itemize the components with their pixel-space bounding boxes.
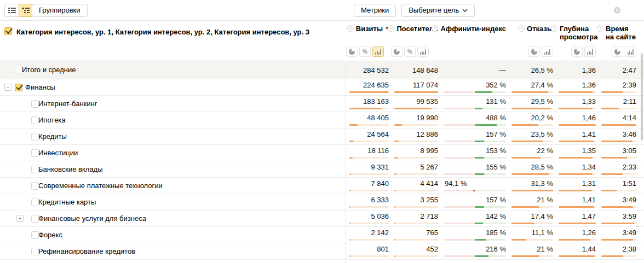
metric-bar-track: [394, 157, 438, 159]
cell-affinity: 157 %: [439, 128, 507, 144]
metric-bar: [601, 157, 627, 159]
row-checkbox[interactable]: [15, 84, 22, 91]
metric-value: 3:59: [597, 211, 637, 221]
chart-toggle-bars-bounce[interactable]: [542, 46, 553, 57]
cell-depth: 1,46: [554, 112, 597, 128]
expand-toggle[interactable]: +: [16, 215, 24, 222]
cell-depth: 1,47: [554, 211, 597, 226]
affinity-bar: [475, 141, 484, 142]
column-label-depth: Глубина просмотра: [560, 25, 596, 41]
metric-bar-track: [349, 206, 389, 208]
cell-depth: 1,26: [554, 227, 597, 243]
metric-bar-track: [349, 91, 389, 93]
row-checkbox[interactable]: [31, 100, 39, 108]
chart-toggle-percent-visits[interactable]: %: [359, 46, 371, 57]
column-header-time[interactable]: ?Время на сайте: [597, 25, 637, 41]
tree-view-button[interactable]: [19, 4, 33, 17]
chart-toggle-bars-visitors[interactable]: [417, 46, 429, 57]
help-icon[interactable]: ?: [347, 25, 354, 32]
row-checkbox[interactable]: [31, 166, 39, 173]
cell-affinity: 216 %: [439, 243, 507, 259]
cell-bounce: 26,5 %: [507, 61, 554, 79]
scrollbar-thumb[interactable]: [641, 53, 643, 141]
affinity-bar-track: [444, 157, 506, 159]
metric-bar-track: [511, 239, 553, 241]
row-checkbox[interactable]: [31, 198, 39, 206]
table-row: −Финансы224 635117 074352 %27,4 %1,362:3…: [0, 79, 644, 96]
metric-bar: [349, 173, 351, 175]
chart-toggle-bars-depth[interactable]: [584, 46, 596, 57]
chart-toggle-pie-visitors[interactable]: [391, 46, 403, 57]
cell-visitors: 12 886: [390, 128, 439, 144]
chart-toggle-pie-bounce[interactable]: [528, 46, 540, 57]
chart-toggle-bars-time[interactable]: [625, 46, 636, 57]
row-checkbox[interactable]: [31, 149, 39, 157]
table-row: Итого и средние284 532148 648—26,5 %1,36…: [0, 61, 644, 79]
metric-value: 22 %: [507, 145, 554, 155]
row-checkbox[interactable]: [15, 66, 22, 73]
metric-value: 21 %: [507, 194, 554, 204]
row-label-cell: Инвестиции: [0, 145, 345, 161]
column-header-bounce[interactable]: ?Отказы: [507, 25, 554, 41]
toolbar: Группировки Метрики Выберите цель ⚙: [0, 0, 644, 21]
goal-select-button[interactable]: Выберите цель: [401, 4, 475, 17]
metric-value: 284 532: [345, 61, 390, 79]
affinity-bar: [475, 124, 497, 126]
select-all-checkbox[interactable]: [4, 27, 12, 35]
affinity-track-below: [444, 141, 475, 142]
table-row: Интернет-банкинг183 16399 535131 %29,5 %…: [0, 96, 644, 112]
row-checkbox[interactable]: [31, 182, 39, 190]
help-icon[interactable]: ?: [388, 25, 394, 32]
metric-bar-track: [511, 173, 553, 175]
column-header-affinity[interactable]: ?Аффинити-индекс: [439, 25, 507, 41]
cell-visits: 2 142: [345, 227, 390, 243]
row-checkbox[interactable]: [31, 133, 39, 141]
help-icon[interactable]: ?: [518, 25, 525, 32]
cell-visits: 24 564: [345, 128, 390, 144]
metrics-button[interactable]: Метрики: [354, 4, 396, 17]
metric-bar: [349, 206, 350, 208]
cell-depth: 1,44: [554, 243, 597, 259]
metric-bar: [511, 223, 534, 224]
metric-value: 3:49: [597, 227, 637, 237]
row-checkbox[interactable]: [31, 215, 39, 223]
cell-bounce: 21 %: [507, 194, 554, 210]
metric-value: 5 267: [390, 161, 439, 172]
chart-toggle-pie-time[interactable]: [612, 46, 623, 57]
metric-bar: [349, 124, 358, 126]
metric-bar: [559, 190, 592, 191]
affinity-track-below: [444, 124, 475, 126]
affinity-bar-track: [444, 206, 506, 208]
metric-bar-track: [349, 141, 389, 142]
help-icon[interactable]: ?: [551, 25, 557, 32]
metric-bar-track: [559, 223, 596, 224]
row-checkbox[interactable]: [31, 116, 39, 124]
column-header-visits[interactable]: ?Визиты▼: [345, 25, 390, 41]
help-icon[interactable]: ?: [597, 25, 603, 32]
column-header-depth[interactable]: ?Глубина просмотра: [554, 25, 597, 41]
cell-bounce: 11,1 %: [507, 227, 554, 243]
groupings-button[interactable]: Группировки: [32, 4, 88, 17]
metric-bar-track: [349, 108, 389, 109]
chart-toggle-percent-visitors[interactable]: %: [404, 46, 416, 57]
row-label-cell: Кредитные карты: [0, 194, 345, 210]
affinity-bar: [475, 157, 484, 159]
settings-gear-icon[interactable]: ⚙: [613, 5, 621, 16]
flat-view-button[interactable]: [4, 4, 19, 17]
affinity-bar-track: [444, 141, 506, 142]
percent-icon: %: [407, 49, 412, 55]
cell-affinity: 157 %: [439, 194, 507, 210]
row-checkbox[interactable]: [31, 231, 39, 239]
metric-bar-track: [394, 173, 438, 175]
chart-toggle-pie-visits[interactable]: [346, 46, 358, 57]
row-label: Финансы: [25, 79, 55, 95]
row-checkbox[interactable]: [31, 248, 39, 255]
affinity-track-below: [444, 173, 475, 175]
chart-toggle-pie-depth[interactable]: [571, 46, 583, 57]
row-label: Современные платежные технологии: [38, 178, 163, 194]
affinity-bar-track: [444, 223, 506, 224]
row-label: Интернет-банкинг: [38, 96, 97, 112]
cell-bounce: 20,2 %: [507, 112, 554, 128]
chart-toggle-bars-visits[interactable]: [372, 46, 384, 57]
collapse-toggle[interactable]: −: [4, 84, 12, 91]
